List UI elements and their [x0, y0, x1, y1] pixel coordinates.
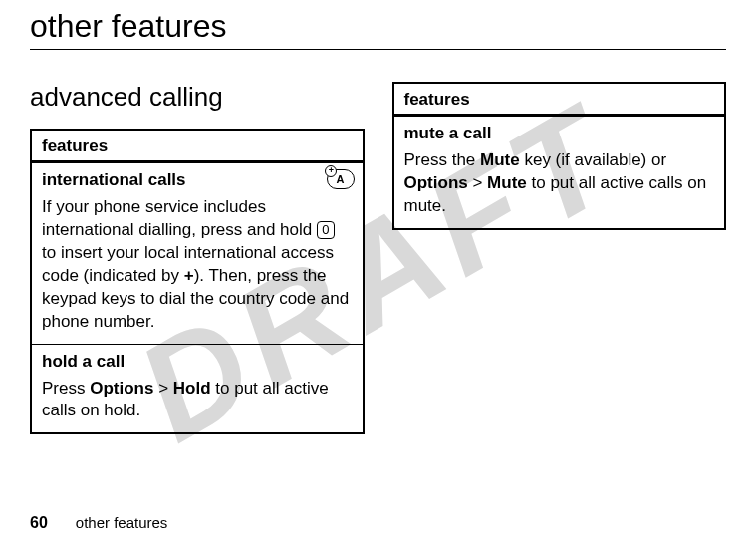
- text: key (if available) or: [520, 150, 666, 169]
- menu-options: Options: [90, 379, 153, 398]
- page-title: other features: [30, 8, 726, 45]
- feature-title: international calls: [42, 169, 353, 192]
- right-column: features mute a call Press the Mute key …: [392, 82, 727, 230]
- icon-letter: A: [337, 172, 345, 187]
- feature-title: mute a call: [404, 123, 715, 145]
- feature-body: Press the Mute key (if available) or Opt…: [404, 149, 715, 218]
- feature-title: hold a call: [42, 351, 353, 374]
- features-table-right: features mute a call Press the Mute key …: [392, 82, 727, 230]
- text: Press: [42, 379, 90, 398]
- title-rule: [30, 49, 726, 50]
- page-number: 60: [30, 514, 48, 532]
- columns: advanced calling features + A internatio…: [30, 82, 726, 434]
- left-column: advanced calling features + A internatio…: [30, 82, 365, 434]
- section-heading: advanced calling: [30, 82, 365, 113]
- menu-mute: Mute: [487, 173, 527, 192]
- table-header: features: [32, 131, 363, 163]
- text: If your phone service includes internati…: [42, 197, 317, 239]
- network-roaming-icon: + A: [327, 169, 355, 189]
- page-content: other features advanced calling features…: [0, 0, 756, 546]
- icon-plus: +: [327, 166, 337, 175]
- text: Press the: [404, 150, 481, 169]
- key-mute: Mute: [480, 150, 520, 169]
- separator: >: [468, 173, 487, 192]
- menu-hold: Hold: [173, 379, 211, 398]
- page-footer: 60 other features: [30, 514, 167, 532]
- features-table-left: features + A international calls If your…: [30, 129, 365, 434]
- table-row: hold a call Press Options > Hold to put …: [32, 344, 363, 433]
- separator: >: [153, 379, 172, 398]
- table-row: mute a call Press the Mute key (if avail…: [394, 117, 725, 228]
- footer-section: other features: [76, 514, 168, 531]
- table-row: + A international calls If your phone se…: [32, 163, 363, 344]
- plus-symbol: +: [184, 266, 194, 285]
- feature-body: If your phone service includes internati…: [42, 196, 353, 334]
- feature-body: Press Options > Hold to put all active c…: [42, 378, 353, 423]
- menu-options: Options: [404, 173, 468, 192]
- keypad-key-0: 0: [317, 221, 335, 239]
- table-header: features: [394, 84, 725, 117]
